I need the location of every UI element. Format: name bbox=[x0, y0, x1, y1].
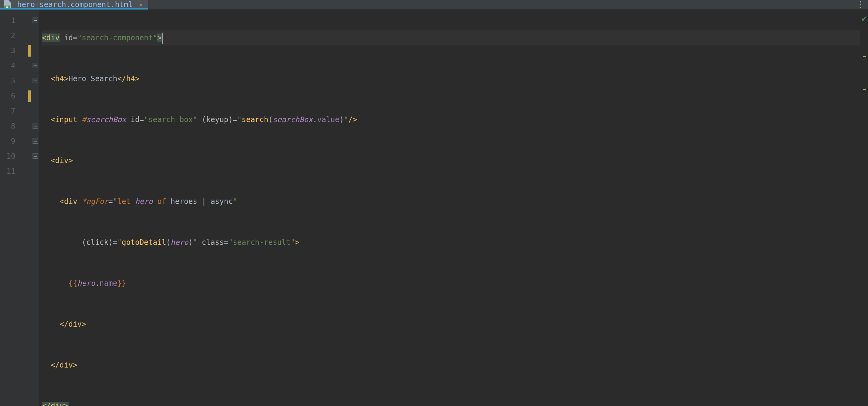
code-line: {{hero.name}} bbox=[42, 276, 860, 291]
code-line: </div> bbox=[42, 358, 860, 373]
line-number: 2 bbox=[0, 28, 32, 44]
vcs-change-marker bbox=[28, 45, 31, 57]
inspection-strip[interactable]: ✔ bbox=[860, 9, 868, 406]
fold-handle-icon[interactable] bbox=[33, 153, 38, 159]
code-content[interactable]: <div id="search-component"> <h4>Hero Sea… bbox=[39, 9, 860, 406]
line-number: 4 bbox=[0, 58, 32, 74]
code-line: (click)="gotoDetail(hero)" class="search… bbox=[42, 235, 860, 250]
code-line: <div id="search-component"> bbox=[42, 30, 860, 46]
fold-handle-icon[interactable] bbox=[33, 123, 38, 128]
line-number: 1 bbox=[0, 13, 32, 28]
code-line: <div> bbox=[42, 153, 860, 168]
svg-point-2 bbox=[860, 7, 861, 8]
line-number: 7 bbox=[0, 104, 32, 119]
code-line: </div> bbox=[42, 399, 860, 406]
code-line: </div> bbox=[42, 317, 860, 332]
fold-handle-icon[interactable] bbox=[33, 63, 38, 68]
tab-bar: H hero-search.component.html ✕ bbox=[0, 0, 868, 9]
code-line: <div *ngFor="let hero of heroes | async" bbox=[42, 194, 860, 209]
fold-gutter bbox=[32, 9, 39, 406]
tab-filename: hero-search.component.html bbox=[17, 0, 133, 9]
fold-handle-icon[interactable] bbox=[33, 18, 38, 23]
line-number: 11 bbox=[0, 164, 32, 179]
code-line: <h4>Hero Search</h4> bbox=[42, 71, 860, 86]
line-number: 6 bbox=[0, 89, 32, 104]
line-number: 10 bbox=[0, 149, 32, 164]
editor-area[interactable]: 1 2 3 4 5 6 7 8 9 10 11 <div id="se bbox=[0, 9, 868, 406]
line-number-gutter: 1 2 3 4 5 6 7 8 9 10 11 bbox=[0, 9, 32, 406]
html-file-icon: H bbox=[4, 0, 13, 9]
inspection-warning-marker[interactable] bbox=[863, 56, 866, 57]
fold-handle-icon[interactable] bbox=[33, 138, 38, 144]
fold-handle-icon[interactable] bbox=[33, 78, 38, 83]
line-number: 8 bbox=[0, 119, 32, 134]
inspection-ok-icon: ✔ bbox=[862, 13, 867, 23]
svg-point-1 bbox=[860, 4, 861, 5]
tab-options-menu[interactable] bbox=[852, 0, 868, 9]
text-caret bbox=[162, 33, 163, 44]
line-number: 3 bbox=[0, 44, 32, 58]
inspection-warning-marker[interactable] bbox=[863, 89, 866, 90]
editor-tab-active[interactable]: H hero-search.component.html ✕ bbox=[0, 0, 149, 9]
line-number: 9 bbox=[0, 134, 32, 149]
vcs-change-marker bbox=[28, 90, 31, 102]
ide-root: H hero-search.component.html ✕ 1 2 3 4 5… bbox=[0, 0, 868, 406]
close-icon[interactable]: ✕ bbox=[139, 1, 143, 8]
code-line: <input #searchBox id="search-box" (keyup… bbox=[42, 112, 860, 127]
svg-point-0 bbox=[860, 1, 861, 2]
line-number: 5 bbox=[0, 74, 32, 89]
